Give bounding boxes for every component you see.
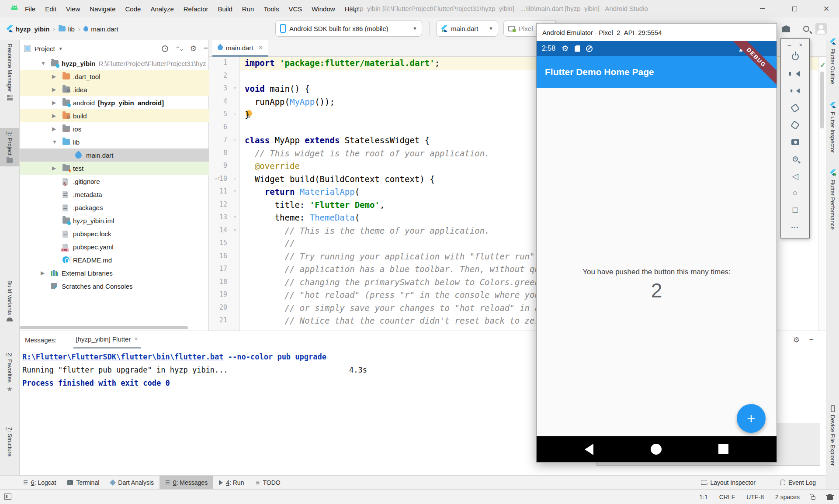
sdk-manager-icon[interactable] [782, 25, 790, 32]
tool-window-toggle-icon[interactable] [4, 494, 11, 500]
stripe-2-favorites[interactable]: 2: Favorites★ [0, 353, 19, 393]
tool-button-todo[interactable]: ≣TODO [250, 476, 286, 489]
stripe-flutter-performance[interactable]: Flutter Performance [826, 169, 839, 230]
menu-file[interactable]: File [20, 5, 40, 13]
nav-home-button[interactable] [651, 444, 662, 455]
screenshot-camera-button[interactable] [790, 137, 800, 147]
chevron-right-icon[interactable]: ▶ [52, 86, 56, 93]
tree-item-pubspec-lock[interactable]: pubspec.lock [20, 227, 209, 240]
fold-marker[interactable]: ▿ [234, 214, 236, 219]
project-panel-header[interactable]: Project ▼ ⌃⌄ ⚙ − [20, 40, 208, 57]
nav-back-button[interactable] [585, 444, 593, 455]
fold-marker[interactable]: ▵ [234, 111, 236, 116]
tool-button-terminal[interactable]: >_Terminal [62, 476, 105, 489]
power-button[interactable] [790, 52, 800, 62]
tree-item--metadata[interactable]: .metadata [20, 188, 209, 201]
menu-vcs[interactable]: VCS [284, 5, 307, 13]
breadcrumb-item[interactable]: hyzp_yibin [16, 25, 50, 33]
menu-run[interactable]: Run [237, 5, 259, 13]
console-link[interactable]: R:\Flutter\FlutterSDK\flutter\bin\flutte… [22, 352, 224, 361]
close-tab-icon[interactable]: × [134, 335, 138, 342]
tree-item--idea[interactable]: ▶⚙.idea [20, 83, 209, 96]
tree-item-scratches-and-consoles[interactable]: Scratches and Consoles [20, 280, 209, 293]
menu-code[interactable]: Code [121, 5, 146, 13]
chevron-down-icon[interactable]: ▼ [41, 60, 46, 66]
tool-button-6-logcat[interactable]: ☰6: Logcat [17, 476, 62, 489]
stripe-1-project[interactable]: 1: Project [0, 128, 19, 166]
menu-build[interactable]: Build [213, 5, 237, 13]
stripe-flutter-inspector[interactable]: Flutter Inspector [826, 102, 839, 153]
emu-home-button[interactable]: ○ [790, 188, 800, 198]
editor-scrollbar-thumb[interactable] [820, 72, 824, 128]
tree-item-lib[interactable]: ▼lib [20, 135, 209, 148]
close-tab-icon[interactable]: ✕ [258, 44, 263, 51]
tab-main-dart[interactable]: main.dart ✕ [212, 40, 268, 57]
chevron-down-icon[interactable]: ▼ [52, 139, 57, 145]
rotate-right-button[interactable] [790, 120, 800, 130]
tree-item--dart-tool[interactable]: ▶.dart_tool [20, 70, 209, 83]
device-selector[interactable]: Android SDK built for x86 (mobile) ▼ [275, 20, 422, 37]
rotate-left-button[interactable] [790, 103, 800, 113]
tree-item-external-libraries[interactable]: ▶External Libraries [20, 266, 209, 280]
tree-item-pubspec-yaml[interactable]: YMLpubspec.yaml [20, 240, 209, 253]
window-maximize-button[interactable] [784, 0, 804, 17]
tree-item--gitignore[interactable]: .gitignore [20, 175, 209, 188]
tree-item-android[interactable]: ▶android[hyzp_yibin_android] [20, 96, 209, 109]
tree-horizontal-scrollbar[interactable] [20, 326, 188, 329]
emu-overview-button[interactable]: □ [790, 205, 800, 215]
fold-marker[interactable]: ▿ [234, 228, 236, 232]
fab-increment-button[interactable]: + [737, 404, 766, 433]
breadcrumb-item[interactable]: main.dart [91, 25, 118, 33]
tree-item-build[interactable]: ▶⚙build [20, 109, 209, 122]
stripe-build-variants[interactable]: Build Variants [0, 280, 19, 321]
fold-marker[interactable]: ▿ [234, 137, 236, 142]
tab-flutter-messages[interactable]: [hyzp_yibin] Flutter × [73, 331, 141, 349]
tree-item-test[interactable]: ▶test [20, 162, 209, 175]
encoding-indicator[interactable]: UTF-8 [746, 494, 764, 501]
chevron-right-icon[interactable]: ▶ [41, 270, 45, 276]
locate-file-icon[interactable] [162, 45, 168, 52]
zoom-button[interactable] [790, 154, 800, 164]
fold-marker[interactable]: ▿ [234, 189, 236, 193]
menu-view[interactable]: View [61, 5, 85, 13]
caret-position[interactable]: 1:1 [699, 494, 707, 501]
tool-button-dart-analysis[interactable]: Dart Analysis [105, 476, 159, 489]
tree-item--packages[interactable]: .packages [20, 201, 209, 214]
stripe-flutter-outline[interactable]: Flutter Outline [826, 38, 839, 84]
chevron-right-icon[interactable]: ▶ [52, 113, 56, 119]
stripe-resource-manager[interactable]: Resource Manager [0, 44, 19, 100]
fold-marker[interactable]: ▿ [234, 176, 236, 181]
gear-icon[interactable]: ⚙ [793, 335, 800, 345]
collapse-all-icon[interactable]: ⌃⌄ [175, 45, 183, 52]
tool-button-event-log[interactable]: Event Log [774, 476, 822, 489]
menu-tools[interactable]: Tools [259, 5, 284, 13]
run-config-selector[interactable]: main.dart ▼ [436, 20, 498, 37]
chevron-right-icon[interactable]: ▶ [52, 165, 56, 171]
indent-indicator[interactable]: 2 spaces [775, 494, 800, 501]
tree-item-main-dart[interactable]: main.dart [20, 148, 209, 162]
tree-item-ios[interactable]: ▶•••ios [20, 122, 209, 135]
override-marker-icon[interactable]: ↑ [214, 175, 220, 181]
hide-panel-icon[interactable]: − [809, 335, 814, 344]
chevron-right-icon[interactable]: ▶ [52, 126, 56, 132]
stripe-7-structure[interactable]: 7: Structure [0, 427, 19, 456]
stripe-device-file-explorer[interactable]: Device File Explorer [826, 405, 839, 466]
inspection-ok-icon[interactable]: ✓ [820, 61, 825, 69]
menu-window[interactable]: Window [307, 5, 340, 13]
emu-back-button[interactable]: ◁ [790, 171, 800, 181]
emulator-title-bar[interactable]: Android Emulator - Pixel_2_API_29:5554 [537, 24, 777, 41]
tree-item-hyzp-yibin[interactable]: ▼hyzp_yibinR:\FlutterProject\FlutterProj… [20, 57, 209, 70]
tree-item-hyzp-yibin-iml[interactable]: hyzp_yibin.iml [20, 214, 209, 227]
tool-button-0-messages[interactable]: ☰0: Messages [159, 476, 213, 489]
chevron-right-icon[interactable]: ▶ [52, 73, 56, 79]
volume-down-button[interactable] [790, 86, 800, 96]
inspections-hector-icon[interactable] [827, 494, 833, 500]
fold-marker[interactable]: ▿ [234, 86, 236, 90]
chevron-right-icon[interactable]: ▶ [52, 100, 56, 106]
search-everywhere-icon[interactable] [803, 26, 809, 32]
window-close-button[interactable]: ✕ [816, 0, 836, 17]
menu-analyze[interactable]: Analyze [146, 5, 178, 13]
profile-avatar-icon[interactable] [815, 23, 827, 35]
breadcrumb-item[interactable]: lib [68, 25, 75, 33]
nav-recents-button[interactable] [718, 444, 728, 454]
